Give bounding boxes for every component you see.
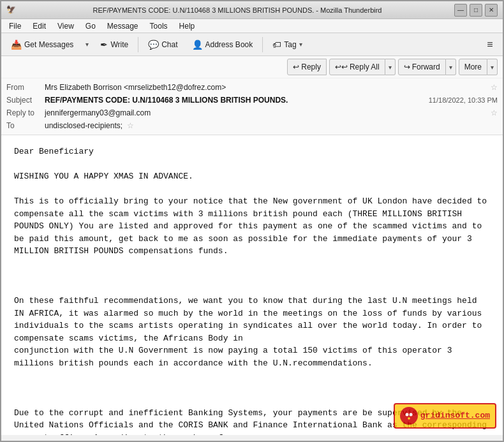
menu-bar: File Edit View Go Message Tools Help [1,19,503,33]
to-row: To undisclosed-recipients; ☆ [6,119,498,132]
tag-button[interactable]: 🏷 Tag ▾ [267,36,308,54]
menu-help[interactable]: Help [174,20,200,32]
email-body-text: Dear Beneficiary WISHING YOU A HAPPY XMA… [14,145,490,435]
reply-label: Reply [301,63,321,71]
watermark-text: gridinsoft.com [420,409,490,422]
forward-button[interactable]: ↪ Forward [398,59,446,75]
get-messages-button[interactable]: 📥 Get Messages [5,36,79,54]
watermark-logo [400,407,418,425]
app-icon: 🦅 [6,5,17,15]
write-icon: ✒ [100,40,108,50]
forward-button-group: ↪ Forward ▾ [398,59,456,75]
tag-label: Tag [284,40,296,49]
more-label: More [464,63,482,71]
subject-value: REF/PAYMENTS CODE: U.N/110468 3 MILLIONS… [45,96,429,105]
reply-button[interactable]: ↩ Reply [287,59,327,75]
minimize-button[interactable]: — [454,4,467,17]
reply-all-label: Reply All [350,63,380,71]
address-book-button[interactable]: 👤 Address Book [186,36,259,54]
reply-to-star-icon[interactable]: ☆ [491,108,498,117]
from-star-icon[interactable]: ☆ [491,83,498,92]
address-book-icon: 👤 [192,40,203,50]
menu-edit[interactable]: Edit [27,20,51,32]
tag-dropdown-icon: ▾ [299,41,302,48]
reply-button-group: ↩ Reply [287,59,327,75]
subject-label: Subject [6,96,45,105]
more-button[interactable]: More [459,59,487,75]
menu-file[interactable]: File [4,20,26,32]
reply-all-button-group: ↩↩ Reply All ▾ [329,59,396,75]
from-label: From [6,83,45,92]
chat-button[interactable]: 💬 Chat [142,36,183,54]
forward-dropdown[interactable]: ▾ [446,59,456,75]
to-label: To [6,121,45,130]
from-value: Mrs Elizabeth Borrison <mrselizbeth12@do… [45,83,488,92]
more-dropdown[interactable]: ▾ [487,59,498,75]
svg-point-3 [408,417,410,420]
get-messages-dropdown[interactable]: ▾ [82,36,92,54]
title-bar-left: 🦅 [6,5,20,15]
address-book-label: Address Book [205,40,253,49]
reply-to-value: jennifergermany03@gmail.com [45,108,488,117]
email-action-toolbar: ↩ Reply ↩↩ Reply All ▾ ↪ Forward ▾ More [1,56,503,78]
write-button[interactable]: ✒ Write [94,36,134,54]
reply-all-button[interactable]: ↩↩ Reply All [329,59,385,75]
toolbar: 📥 Get Messages ▾ ✒ Write 💬 Chat 👤 Addres… [1,33,503,56]
email-meta: From Mrs Elizabeth Borrison <mrselizbeth… [1,78,503,135]
svg-point-1 [405,413,408,416]
watermark: gridinsoft.com [394,403,496,429]
reply-icon: ↩ [293,63,299,71]
forward-icon: ↪ [404,63,410,71]
reply-all-icon: ↩↩ [335,63,348,71]
menu-tools[interactable]: Tools [145,20,173,32]
toolbar-separator-1 [138,37,138,52]
email-body-container[interactable]: Dear Beneficiary WISHING YOU A HAPPY XMA… [1,135,503,435]
reply-all-dropdown[interactable]: ▾ [385,59,396,75]
forward-label: Forward [412,63,440,71]
get-messages-icon: 📥 [11,40,22,50]
chat-label: Chat [161,40,177,49]
reply-to-label: Reply to [6,108,45,117]
to-star-icon[interactable]: ☆ [127,121,134,130]
menu-message[interactable]: Message [102,20,144,32]
title-controls: — □ ✕ [454,4,498,17]
title-bar: 🦅 REF/PAYMENTS CODE: U.N/110468 3 MILLIO… [1,1,503,19]
svg-point-0 [403,410,415,422]
hamburger-button[interactable]: ≡ [481,36,499,54]
from-row: From Mrs Elizabeth Borrison <mrselizbeth… [6,81,498,94]
menu-view[interactable]: View [52,20,79,32]
tag-icon: 🏷 [272,40,281,50]
email-date: 11/18/2022, 10:33 PM [429,96,498,104]
svg-point-2 [409,413,412,416]
reply-to-row: Reply to jennifergermany03@gmail.com ☆ [6,107,498,119]
get-messages-label: Get Messages [24,40,73,49]
more-button-group: More ▾ [459,59,498,75]
title-bar-text: REF/PAYMENTS CODE: U.N/110468 3 MILLIONS… [20,6,454,14]
close-button[interactable]: ✕ [485,4,498,17]
write-label: Write [110,40,128,49]
toolbar-separator-2 [262,37,263,52]
menu-go[interactable]: Go [80,20,101,32]
to-value: undisclosed-recipients; ☆ [45,121,498,130]
chat-icon: 💬 [148,40,159,50]
email-header: ↩ Reply ↩↩ Reply All ▾ ↪ Forward ▾ More [1,56,503,135]
subject-row: Subject REF/PAYMENTS CODE: U.N/110468 3 … [6,94,498,107]
maximize-button[interactable]: □ [470,4,482,17]
